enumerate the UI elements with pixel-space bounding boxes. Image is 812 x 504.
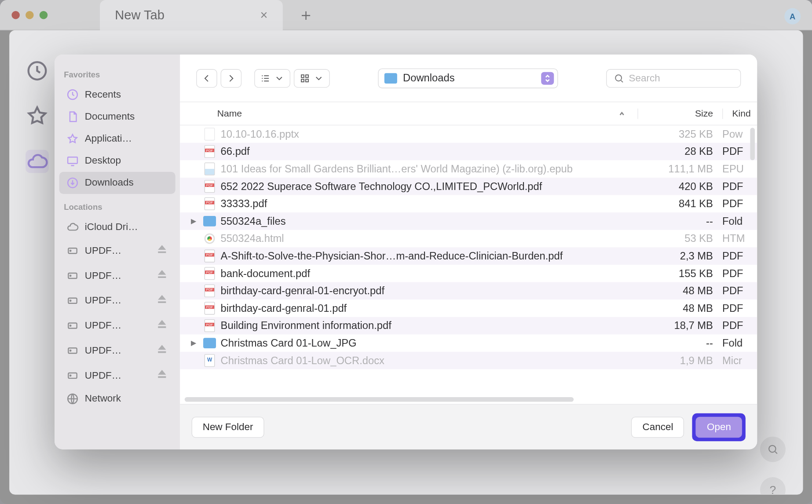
col-size[interactable]: Size <box>637 108 722 119</box>
sidebar-item-updf-1[interactable]: UPDF… <box>59 238 176 263</box>
sidebar-item-documents[interactable]: Documents <box>59 106 176 128</box>
svg-point-9 <box>70 275 71 276</box>
sidebar-item-label: UPDF… <box>85 320 150 331</box>
sidebar-item-updf-2[interactable]: UPDF… <box>59 263 176 288</box>
sort-caret-icon[interactable] <box>615 107 628 120</box>
sidebar-item-label: Downloads <box>85 177 168 189</box>
pdf-icon <box>205 319 215 332</box>
horizontal-scrollbar[interactable] <box>185 397 574 402</box>
search-placeholder: Search <box>629 72 660 84</box>
new-folder-button[interactable]: New Folder <box>192 416 264 438</box>
svg-point-11 <box>70 300 71 301</box>
sidebar-item-downloads[interactable]: Downloads <box>59 172 176 194</box>
sidebar-item-applicati[interactable]: Applicati… <box>59 128 176 150</box>
folder-icon <box>384 73 397 84</box>
sidebar-item-label: UPDF… <box>85 369 150 381</box>
svg-rect-20 <box>306 75 308 77</box>
file-name: 33333.pdf <box>221 197 638 210</box>
sidebar-item-label: Documents <box>85 111 168 122</box>
file-size: 28 KB <box>637 146 722 158</box>
file-kind: Micr <box>722 354 757 367</box>
pdf-icon <box>205 180 215 193</box>
sidebar-item-updf-6[interactable]: UPDF… <box>59 363 176 388</box>
disclosure-icon[interactable]: ▶ <box>191 339 196 347</box>
sidebar-item-iclouddri-0[interactable]: iCloud Dri… <box>59 216 176 238</box>
pdf-icon <box>205 197 215 210</box>
doc-icon <box>205 354 215 367</box>
file-row[interactable]: 33333.pdf841 KBPDF <box>180 195 757 213</box>
file-row[interactable]: 66.pdf28 KBPDF <box>180 143 757 161</box>
file-row: 10.10-10.16.pptx325 KBPow <box>180 125 757 143</box>
finder-main: Downloads Search Name Size Kind 10.10-10… <box>180 55 757 449</box>
location-popup[interactable]: Downloads <box>378 68 558 88</box>
sidebar-item-label: Recents <box>85 89 168 100</box>
forward-button[interactable] <box>221 69 242 87</box>
sidebar-item-desktop[interactable]: Desktop <box>59 150 176 172</box>
open-highlight: Open <box>692 413 746 441</box>
file-size: 48 MB <box>637 285 722 297</box>
cancel-button[interactable]: Cancel <box>631 416 684 438</box>
eject-icon[interactable] <box>156 368 168 383</box>
file-kind: Fold <box>722 215 757 227</box>
file-kind: PDF <box>722 320 757 332</box>
pdf-icon <box>205 302 215 314</box>
eject-icon[interactable] <box>156 343 168 358</box>
file-row[interactable]: Building Environment information.pdf18,7… <box>180 317 757 335</box>
file-row: Christmas Card 01-Low_OCR.docx1,9 MBMicr <box>180 352 757 369</box>
sidebar-item-network-7[interactable]: Network <box>59 388 176 410</box>
file-size: 18,7 MB <box>637 320 722 332</box>
vertical-scrollbar[interactable] <box>750 128 755 160</box>
folder-icon <box>203 338 216 348</box>
file-row[interactable]: ▶Christmas Card 01-Low_JPG--Fold <box>180 334 757 352</box>
eject-icon[interactable] <box>156 268 168 284</box>
file-row[interactable]: ▶550324a_files--Fold <box>180 212 757 230</box>
file-name: birthday-card-genral-01.pdf <box>221 302 638 314</box>
file-name: 10.10-10.16.pptx <box>221 128 638 140</box>
eject-icon[interactable] <box>156 292 168 308</box>
file-row[interactable]: birthday-card-genral-01-encryot.pdf48 MB… <box>180 282 757 300</box>
file-list[interactable]: 10.10-10.16.pptx325 KBPow66.pdf28 KBPDF1… <box>180 125 757 404</box>
column-headers: Name Size Kind <box>180 102 757 125</box>
eject-icon[interactable] <box>156 243 168 259</box>
file-row[interactable]: birthday-card-genral-01.pdf48 MBPDF <box>180 299 757 317</box>
finder-toolbar: Downloads Search <box>180 55 757 102</box>
sidebar-item-label: Applicati… <box>85 133 168 144</box>
view-list-button[interactable] <box>254 69 290 87</box>
search-icon <box>614 73 624 84</box>
file-size: 48 MB <box>637 302 722 314</box>
pdf-icon <box>205 145 215 158</box>
view-grid-button[interactable] <box>294 69 330 87</box>
search-input[interactable]: Search <box>606 69 741 87</box>
sidebar-item-recents[interactable]: Recents <box>59 84 176 106</box>
location-name: Downloads <box>403 72 455 84</box>
file-size: 111,1 MB <box>637 163 722 175</box>
open-button[interactable]: Open <box>696 416 742 438</box>
sidebar-item-updf-4[interactable]: UPDF… <box>59 313 176 338</box>
file-kind: PDF <box>722 180 757 193</box>
file-kind: PDF <box>722 285 757 297</box>
file-name: birthday-card-genral-01-encryot.pdf <box>221 285 638 297</box>
sidebar-item-updf-3[interactable]: UPDF… <box>59 288 176 313</box>
file-kind: Fold <box>722 337 757 349</box>
file-kind: PDF <box>722 267 757 280</box>
file-name: Building Environment information.pdf <box>221 320 638 332</box>
col-kind[interactable]: Kind <box>722 108 757 119</box>
file-row[interactable]: bank-document.pdf155 KBPDF <box>180 265 757 282</box>
file-row[interactable]: A-Shift-to-Solve-the-Physician-Shor…m-an… <box>180 247 757 265</box>
sidebar-item-label: UPDF… <box>85 344 150 356</box>
svg-rect-4 <box>68 157 77 164</box>
disclosure-icon[interactable]: ▶ <box>191 217 196 225</box>
svg-rect-19 <box>301 75 304 77</box>
file-kind: PDF <box>722 250 757 262</box>
col-name[interactable]: Name <box>180 107 637 120</box>
file-row[interactable]: 652 2022 Superace Software Technology CO… <box>180 178 757 195</box>
sidebar-item-label: UPDF… <box>85 245 150 256</box>
file-size: 1,9 MB <box>637 354 722 367</box>
pdf-icon <box>205 285 215 297</box>
eject-icon[interactable] <box>156 318 168 333</box>
back-button[interactable] <box>196 69 217 87</box>
sidebar-item-updf-5[interactable]: UPDF… <box>59 338 176 363</box>
chevron-updown-icon <box>541 72 554 84</box>
file-row: 101 Ideas for Small Gardens Brilliant…er… <box>180 160 757 178</box>
svg-point-7 <box>70 250 71 251</box>
